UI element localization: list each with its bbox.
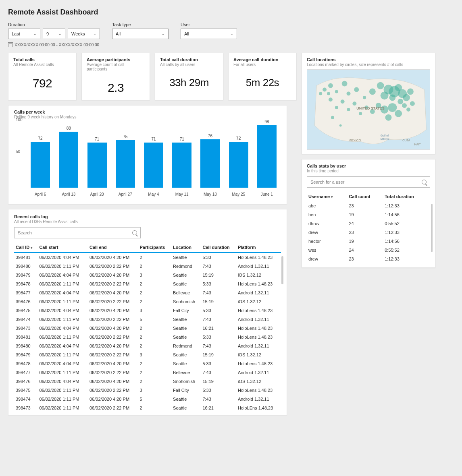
user-search-box[interactable] — [307, 176, 430, 188]
cell: 06/02/2020 4:20 PM — [88, 271, 138, 279]
map-title: Call locations — [307, 57, 430, 62]
table-row[interactable]: ben191:14:56 — [307, 210, 430, 219]
table-row[interactable]: 39847406/02/2020 1:11 PM06/02/2020 2:22 … — [14, 315, 281, 324]
table-row[interactable]: 39847806/02/2020 1:11 PM06/02/2020 2:22 … — [14, 279, 281, 288]
log-col[interactable]: Location — [171, 242, 201, 252]
cell: HoloLens 1.48.23 — [236, 386, 281, 395]
cell: 06/02/2020 4:20 PM — [88, 341, 138, 350]
table-row[interactable]: 39848006/02/2020 1:11 PM06/02/2020 2:22 … — [14, 262, 281, 271]
scrollbar[interactable] — [431, 204, 433, 252]
bar: 76 — [198, 134, 222, 188]
svg-point-16 — [402, 103, 407, 108]
log-search-input[interactable] — [18, 230, 132, 235]
table-row[interactable]: 39847906/02/2020 1:11 PM06/02/2020 2:22 … — [14, 350, 281, 359]
stat-sub: All Remote Assist calls — [13, 62, 71, 67]
col-call-count[interactable]: Call count — [347, 192, 383, 201]
svg-point-4 — [347, 91, 351, 95]
map-area[interactable]: UNITED STATES MEXICO Gulf of Mexico CUBA… — [307, 69, 430, 150]
cell: 19 — [347, 237, 383, 246]
table-row[interactable]: 39847506/02/2020 1:11 PM06/02/2020 2:22 … — [14, 386, 281, 395]
table-row[interactable]: 39847706/02/2020 1:11 PM06/02/2020 2:22 … — [14, 368, 281, 377]
svg-text:Gulf of: Gulf of — [381, 134, 389, 137]
table-row[interactable]: 39847506/02/2020 4:04 PM06/02/2020 4:20 … — [14, 306, 281, 315]
duration-mode-select[interactable]: Last⌄ — [8, 29, 40, 39]
x-label: April 20 — [85, 192, 109, 197]
log-col[interactable]: Call end — [88, 242, 138, 252]
table-row[interactable]: 39847806/02/2020 4:04 PM06/02/2020 4:20 … — [14, 359, 281, 368]
cell: HoloLens 1.48.23 — [236, 306, 281, 315]
table-row[interactable]: 39847406/02/2020 1:11 PM06/02/2020 4:20 … — [14, 395, 281, 404]
col-total-duration[interactable]: Total duration — [383, 192, 430, 201]
table-row[interactable]: dhruv240:55:52 — [307, 219, 430, 228]
duration-num-select[interactable]: 9⌄ — [43, 29, 65, 39]
table-row[interactable]: drew231:12:33 — [307, 228, 430, 237]
cell: 06/02/2020 4:04 PM — [37, 341, 88, 350]
svg-point-32 — [327, 92, 330, 95]
user-select[interactable]: All⌄ — [181, 29, 237, 39]
chart-sub: Rolling 9 week history on Mondays — [14, 115, 281, 119]
user-search-input[interactable] — [310, 180, 422, 184]
table-row[interactable]: 39848006/02/2020 4:04 PM06/02/2020 4:20 … — [14, 341, 281, 350]
cell: 06/02/2020 2:22 PM — [88, 368, 138, 377]
log-col[interactable]: Call start — [37, 242, 88, 252]
x-label: June 1 — [255, 192, 279, 197]
cell: 06/02/2020 4:04 PM — [37, 324, 88, 333]
table-row[interactable]: 39847606/02/2020 4:04 PM06/02/2020 4:20 … — [14, 377, 281, 386]
table-row[interactable]: drew231:12:33 — [307, 255, 430, 263]
cell: Seattle — [171, 350, 201, 359]
svg-point-34 — [395, 110, 402, 117]
svg-point-3 — [342, 81, 348, 87]
table-row[interactable]: hector191:14:56 — [307, 237, 430, 246]
svg-point-0 — [323, 88, 327, 92]
svg-point-35 — [388, 103, 397, 112]
table-row[interactable]: 39848106/02/2020 4:04 PM06/02/2020 4:20 … — [14, 252, 281, 262]
svg-point-19 — [407, 89, 414, 95]
duration-unit-select[interactable]: Weeks⌄ — [68, 29, 100, 39]
table-row[interactable]: 39847706/02/2020 4:04 PM06/02/2020 4:20 … — [14, 288, 281, 297]
search-icon — [132, 230, 137, 235]
cell: 0:55:52 — [383, 246, 430, 255]
cell: Seattle — [171, 271, 201, 279]
bar-value-label: 98 — [264, 120, 269, 124]
table-row[interactable]: wes240:55:52 — [307, 246, 430, 255]
cell: 398474 — [14, 395, 37, 404]
table-row[interactable]: 39848106/02/2020 1:11 PM06/02/2020 2:22 … — [14, 333, 281, 341]
bar: 75 — [113, 135, 137, 188]
log-col[interactable]: Participants — [138, 242, 172, 252]
log-col[interactable]: Call duration — [201, 242, 236, 252]
cell: drew — [307, 228, 347, 237]
table-row[interactable]: 39847306/02/2020 1:11 PM06/02/2020 2:22 … — [14, 404, 281, 412]
cell: 1:14:56 — [383, 237, 430, 246]
bar-value-label: 72 — [38, 136, 43, 141]
svg-point-5 — [354, 87, 359, 92]
cell: 06/02/2020 2:22 PM — [88, 404, 138, 412]
cell: Seattle — [171, 359, 201, 368]
cell: Seattle — [171, 324, 201, 333]
table-row[interactable]: 39847606/02/2020 1:11 PM06/02/2020 2:22 … — [14, 297, 281, 306]
stat-sub: All calls by all users — [160, 62, 218, 67]
cell: 398480 — [14, 341, 37, 350]
stat-avg-duration: Average call duration For all users 5m 2… — [228, 53, 297, 100]
svg-point-22 — [385, 114, 392, 121]
tasktype-select[interactable]: All⌄ — [112, 29, 169, 39]
table-row[interactable]: 39847906/02/2020 4:04 PM06/02/2020 4:20 … — [14, 271, 281, 279]
bar: 71 — [142, 137, 166, 188]
cell: 1:12:33 — [383, 201, 430, 210]
col-username[interactable]: Username — [307, 192, 347, 201]
scrollbar[interactable] — [281, 256, 283, 284]
cell: Android 1.32.11 — [236, 395, 281, 404]
cell: iOS 1.32.12 — [236, 297, 281, 306]
log-col[interactable]: Platform — [236, 242, 281, 252]
cell: 3 — [138, 271, 172, 279]
table-row[interactable]: 39847306/02/2020 4:04 PM06/02/2020 4:20 … — [14, 324, 281, 333]
cell: Android 1.32.11 — [236, 341, 281, 350]
table-row[interactable]: abe231:12:33 — [307, 201, 430, 210]
log-col[interactable]: Call ID — [14, 242, 37, 252]
cell: HoloLens 1.48.23 — [236, 333, 281, 341]
tasktype-label: Task type — [112, 22, 169, 27]
x-label: May 11 — [170, 192, 194, 197]
stat-title: Average call duration — [233, 57, 291, 62]
cell: 1:14:56 — [383, 210, 430, 219]
cell: 398477 — [14, 368, 37, 377]
log-search-box[interactable] — [14, 227, 141, 238]
